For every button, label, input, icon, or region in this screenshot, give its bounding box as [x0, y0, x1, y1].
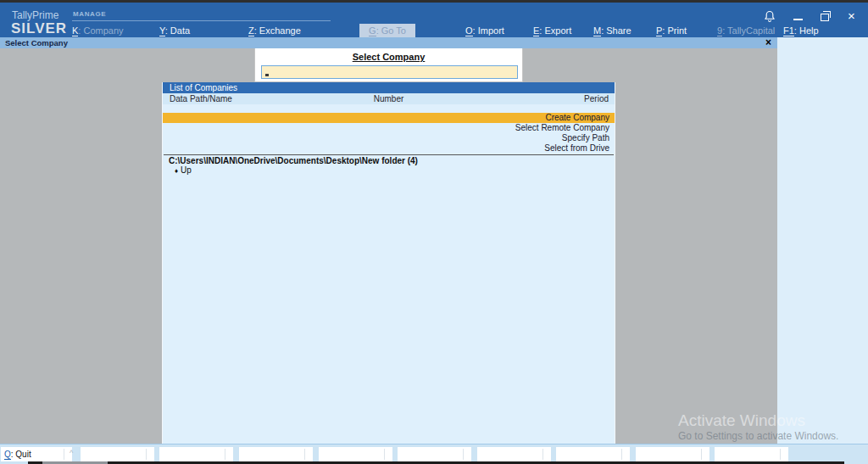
toolbar-button-empty[interactable]	[636, 447, 709, 461]
menu-item-help[interactable]: F1: Help	[783, 25, 819, 36]
toolbar-button-empty[interactable]	[159, 447, 233, 461]
top-menu-bar: TallyPrime SILVER MANAGE K: Company Y: D…	[0, 3, 868, 37]
menu-group-label: MANAGE	[73, 10, 106, 18]
panel-title: List of Companies	[163, 82, 615, 93]
menu-item-exchange[interactable]: Z: Exchange	[248, 25, 301, 36]
text-cursor	[265, 74, 269, 76]
close-icon[interactable]: ×	[848, 9, 855, 22]
menu-item-share[interactable]: M: Share	[593, 25, 632, 36]
hotkey: O	[465, 25, 473, 36]
hotkey: Y	[159, 25, 165, 36]
right-side-panel	[777, 37, 868, 464]
restore-icon[interactable]	[821, 14, 829, 21]
company-name-input[interactable]	[261, 65, 518, 79]
menu-item-print[interactable]: P: Print	[656, 25, 687, 36]
hotkey: Z	[248, 25, 254, 36]
menu-item-company[interactable]: K: Company	[72, 25, 124, 36]
diamond-bullet-icon: ♦	[175, 167, 178, 175]
activate-windows-watermark: Activate Windows	[678, 411, 805, 430]
hotkey: F1	[783, 25, 794, 36]
caret-icon: ^	[70, 449, 73, 457]
hotkey: G	[369, 25, 376, 36]
column-header-row: Data Path/Name Number Period	[163, 93, 615, 104]
toolbar-button-empty[interactable]	[715, 447, 788, 461]
app-name: TallyPrime	[12, 9, 58, 21]
activate-windows-subtext: Go to Settings to activate Windows.	[678, 430, 838, 442]
menu-item-data[interactable]: Y: Data	[159, 25, 190, 36]
action-create-company[interactable]: Create Company	[163, 113, 615, 123]
toolbar-button-empty[interactable]	[239, 447, 313, 461]
screen-title-bar	[0, 37, 777, 48]
menu-item-import[interactable]: O: Import	[465, 25, 504, 36]
dialog-title: Select Company	[255, 52, 522, 62]
minimize-icon[interactable]	[793, 19, 803, 20]
toolbar-button-empty[interactable]	[477, 447, 551, 461]
hotkey: Q	[4, 450, 11, 460]
action-specify-path[interactable]: Specify Path	[163, 133, 615, 143]
column-period: Period	[584, 93, 609, 104]
tallyprime-window: TallyPrime SILVER MANAGE K: Company Y: D…	[0, 0, 868, 464]
toolbar-button-empty[interactable]	[398, 447, 471, 461]
goto-button[interactable]: G: Go To	[359, 24, 415, 37]
hotkey: M	[593, 25, 601, 36]
up-label: Up	[181, 165, 192, 175]
action-select-from-drive[interactable]: Select from Drive	[163, 143, 615, 154]
menu-item-tallycapital[interactable]: 9: TallyCapital	[717, 25, 775, 36]
app-edition: SILVER	[11, 20, 67, 37]
select-company-dialog: Select Company	[254, 48, 523, 82]
spacer-row	[163, 104, 615, 113]
toolbar-button-empty[interactable]	[556, 447, 630, 461]
list-of-companies-panel: List of Companies Data Path/Name Number …	[162, 82, 615, 444]
current-data-path[interactable]: C:\Users\INDIAN\OneDrive\Documents\Deskt…	[163, 155, 615, 165]
action-select-remote-company[interactable]: Select Remote Company	[163, 123, 615, 133]
menu-group-divider	[72, 20, 331, 21]
menu-item-export[interactable]: E: Export	[533, 25, 571, 36]
toolbar-button-empty[interactable]	[319, 447, 392, 461]
toolbar-button-empty[interactable]	[81, 447, 154, 461]
folder-up-item[interactable]: ♦Up	[163, 165, 615, 176]
quit-button[interactable]: Q: Quit	[1, 447, 72, 461]
screen-close-icon[interactable]: ×	[765, 36, 771, 48]
screen-title: Select Company	[5, 38, 68, 48]
column-number: Number	[163, 93, 615, 104]
notification-bell-icon[interactable]	[763, 9, 776, 24]
